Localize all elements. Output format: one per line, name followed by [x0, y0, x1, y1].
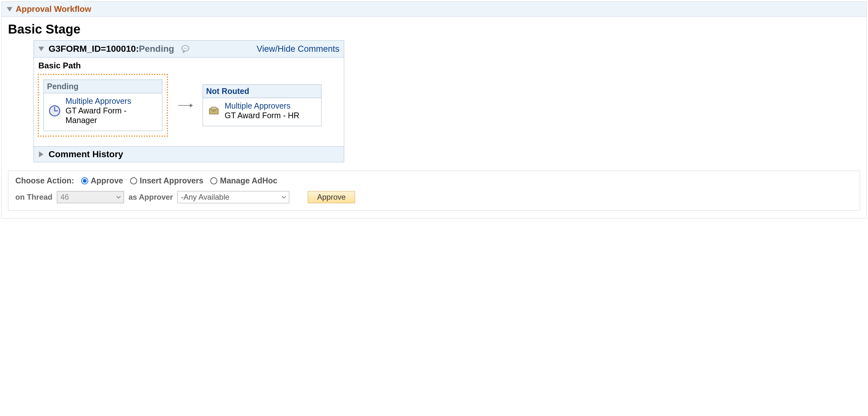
svg-point-4 [185, 48, 186, 49]
action-bar: Choose Action: Approve Insert Approvers … [8, 171, 860, 211]
multiple-approvers-link[interactable]: Multiple Approvers [225, 101, 290, 110]
svg-marker-10 [190, 103, 193, 107]
approver-select[interactable]: -Any Available [177, 191, 289, 203]
radio-insert-approvers[interactable]: Insert Approvers [130, 176, 203, 185]
step-role: GT Award Form - Manager [65, 106, 158, 125]
expand-icon [39, 152, 43, 157]
radio-insert-input[interactable] [130, 177, 137, 184]
on-thread-label: on Thread [16, 193, 53, 202]
stage-title: Basic Stage [8, 22, 860, 36]
chevron-down-icon [116, 195, 121, 199]
step-role: GT Award Form - HR [225, 110, 300, 120]
comment-history-title: Comment History [49, 149, 123, 159]
panel-title: Approval Workflow [16, 4, 91, 14]
panel-header[interactable]: Approval Workflow [2, 2, 866, 17]
choose-action-label: Choose Action: [16, 176, 74, 185]
thread-value: 46 [60, 193, 69, 202]
clock-icon [48, 104, 61, 117]
svg-marker-1 [38, 46, 44, 51]
radio-approve[interactable]: Approve [81, 176, 123, 185]
radio-approve-input[interactable] [81, 177, 88, 184]
workflow-header[interactable]: G3FORM_ID=100010:Pending View/Hide Comme… [34, 40, 344, 58]
radio-approve-label: Approve [91, 176, 123, 185]
form-id-label: G3FORM_ID=100010: [49, 44, 139, 54]
svg-point-3 [184, 48, 184, 49]
radio-manage-adhoc[interactable]: Manage AdHoc [210, 176, 277, 185]
svg-marker-11 [39, 152, 43, 157]
arrow-right-icon [178, 102, 193, 109]
panel-body: Basic Stage G3FORM_ID=100010:Pending [2, 17, 866, 218]
step-status: Pending [44, 80, 162, 93]
path-row: Pending Multipl [36, 72, 341, 137]
step-status: Not Routed [203, 85, 321, 98]
approval-step: Pending Multipl [38, 74, 168, 137]
workflow-body: Basic Path Pending [34, 58, 344, 146]
chevron-down-icon [281, 195, 286, 199]
collapse-icon [7, 7, 12, 11]
approval-step: Not Routed Mult [203, 84, 321, 126]
approver-value: -Any Available [181, 193, 229, 202]
workflow-group: G3FORM_ID=100010:Pending View/Hide Comme… [34, 40, 344, 162]
svg-marker-0 [7, 7, 12, 11]
approval-workflow-panel: Approval Workflow Basic Stage G3FORM_ID=… [1, 1, 867, 219]
step-card: Not Routed Mult [203, 84, 321, 126]
view-hide-comments-link[interactable]: View/Hide Comments [257, 44, 339, 54]
step-card: Pending Multipl [43, 79, 162, 131]
as-approver-label: as Approver [128, 193, 173, 202]
collapse-icon [38, 46, 44, 51]
radio-adhoc-label: Manage AdHoc [220, 176, 277, 185]
workflow-form-id: G3FORM_ID=100010:Pending [49, 44, 174, 54]
radio-adhoc-input[interactable] [210, 177, 217, 184]
svg-point-5 [186, 48, 187, 49]
thread-select[interactable]: 46 [57, 191, 124, 203]
inbox-icon [208, 104, 220, 117]
speech-bubble-icon [181, 45, 189, 53]
workflow-status: Pending [139, 44, 174, 54]
radio-insert-label: Insert Approvers [140, 176, 203, 185]
multiple-approvers-link[interactable]: Multiple Approvers [65, 96, 131, 105]
comment-history-header[interactable]: Comment History [34, 146, 344, 162]
path-title: Basic Path [38, 61, 341, 71]
approve-button[interactable]: Approve [308, 191, 355, 203]
